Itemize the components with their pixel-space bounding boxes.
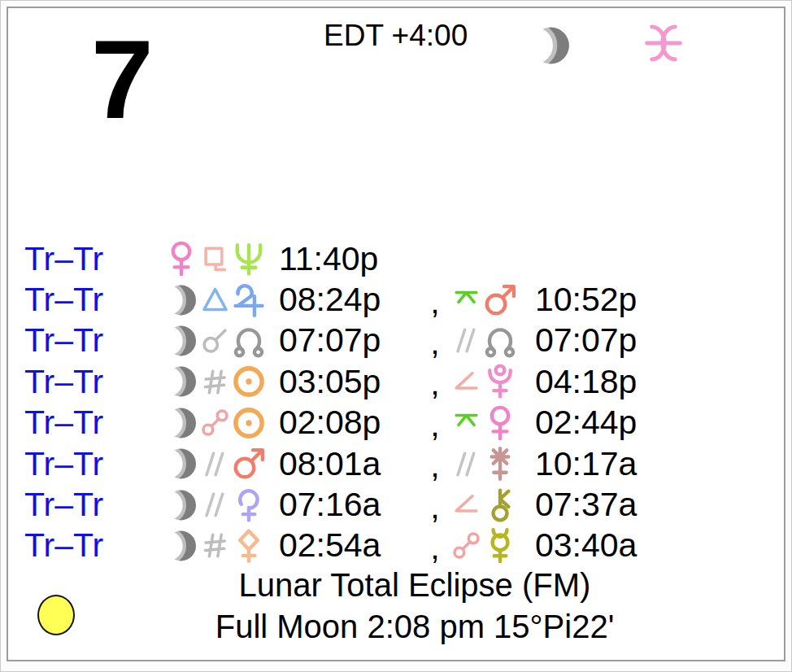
separator-comma: ,	[419, 407, 451, 443]
aspect2-time: 04:18p	[519, 363, 784, 401]
aspect-icon	[200, 530, 230, 561]
aspect2-time: 07:37a	[519, 486, 784, 524]
aspect-time: 08:01a	[268, 445, 419, 483]
planet3-icon	[481, 322, 519, 360]
aspect-icon	[200, 367, 230, 397]
aspect2-icon	[451, 285, 481, 315]
transit-label: Tr–Tr	[8, 281, 163, 319]
aspect2-time: 03:40a	[519, 526, 784, 565]
planet1-icon	[163, 322, 200, 360]
planet1-icon	[163, 404, 200, 442]
transit-label: Tr–Tr	[8, 486, 163, 524]
planet2-icon	[230, 322, 268, 360]
aspect-row[interactable]: Tr–Tr 07:16a , 07:37a	[8, 484, 784, 525]
aspect2-icon	[451, 244, 481, 274]
aspect2-time: 10:17a	[519, 445, 784, 483]
aspect-time: 02:54a	[268, 526, 419, 565]
aspect2-time: 02:44p	[519, 404, 784, 442]
aspect-icon	[200, 244, 230, 274]
planet2-icon	[230, 240, 268, 277]
aspect-time: 07:07p	[268, 321, 419, 360]
aspect-rows: Tr–Tr 11:40p Tr–Tr 08:24p , 10:52p Tr–Tr	[8, 238, 784, 566]
planet1-icon	[163, 363, 200, 400]
planet1-icon	[163, 487, 200, 524]
aspect-row[interactable]: Tr–Tr 07:07p , 07:07p	[8, 321, 784, 361]
aspect-row[interactable]: Tr–Tr 08:01a , 10:17a	[8, 443, 784, 484]
separator-comma: ,	[419, 365, 451, 402]
aspect-row[interactable]: Tr–Tr 03:05p , 04:18p	[8, 361, 784, 402]
planet1-icon	[163, 281, 200, 319]
aspect2-icon	[451, 325, 481, 356]
aspect2-icon	[451, 490, 481, 520]
transit-label: Tr–Tr	[8, 445, 163, 483]
planet2-icon	[230, 281, 268, 319]
aspect2-icon	[451, 449, 481, 479]
moon-icon	[529, 20, 574, 71]
planet3-icon	[481, 281, 519, 319]
planet3-icon	[481, 527, 519, 565]
transit-label: Tr–Tr	[8, 240, 163, 278]
transit-label: Tr–Tr	[8, 526, 163, 565]
planet1-icon	[163, 445, 200, 482]
timezone-label: EDT +4:00	[324, 18, 468, 54]
aspect-time: 08:24p	[268, 281, 419, 319]
calendar-day-cell[interactable]: 7 EDT +4:00 Tr–Tr 11:40p Tr–Tr 08:24p , …	[7, 7, 785, 661]
aspect-icon	[200, 449, 230, 479]
full-moon-label: Full Moon 2:08 pm 15°Pi22'	[8, 606, 784, 647]
full-moon-phase-icon	[37, 595, 75, 635]
separator-comma: ,	[419, 447, 451, 484]
aspect2-icon	[451, 408, 481, 438]
aspect2-time: 07:07p	[519, 321, 784, 360]
aspect2-time: 10:52p	[519, 281, 784, 319]
aspect-icon	[200, 490, 230, 520]
transit-label: Tr–Tr	[8, 321, 163, 360]
separator-comma: ,	[419, 489, 451, 526]
aspect-row[interactable]: Tr–Tr 02:54a , 03:40a	[8, 526, 784, 566]
aspect-icon	[200, 408, 230, 438]
aspect-icon	[200, 285, 230, 315]
aspect-time: 11:40p	[268, 240, 419, 278]
planet3-icon	[481, 404, 519, 442]
transit-label: Tr–Tr	[8, 363, 163, 401]
aspect-row[interactable]: Tr–Tr 08:24p , 10:52p	[8, 279, 784, 320]
aspect-row[interactable]: Tr–Tr 02:08p , 02:44p	[8, 403, 784, 443]
day-number: 7	[91, 23, 152, 135]
aspect2-icon	[451, 367, 481, 397]
aspect-icon	[200, 325, 230, 356]
separator-comma: ,	[419, 325, 451, 361]
planet3-icon	[481, 445, 519, 482]
planet2-icon	[230, 487, 268, 524]
planet3-icon	[481, 363, 519, 400]
planet1-icon	[163, 240, 200, 277]
aspect2-icon	[451, 530, 481, 561]
separator-comma: ,	[419, 530, 451, 566]
planet2-icon	[230, 527, 268, 565]
aspect-time: 02:08p	[268, 404, 419, 442]
planet2-icon	[230, 445, 268, 482]
aspect-time: 07:16a	[268, 486, 419, 524]
planet2-icon	[230, 363, 268, 400]
planet3-icon	[481, 240, 519, 277]
planet2-icon	[230, 404, 268, 442]
planet3-icon	[481, 487, 519, 524]
separator-comma: ,	[419, 284, 451, 321]
planet1-icon	[163, 527, 200, 565]
aspect-row[interactable]: Tr–Tr 11:40p	[8, 238, 784, 279]
aspect-time: 03:05p	[268, 363, 419, 401]
eclipse-label: Lunar Total Eclipse (FM)	[8, 565, 784, 605]
transit-label: Tr–Tr	[8, 404, 163, 442]
pisces-sign-icon	[641, 22, 686, 64]
